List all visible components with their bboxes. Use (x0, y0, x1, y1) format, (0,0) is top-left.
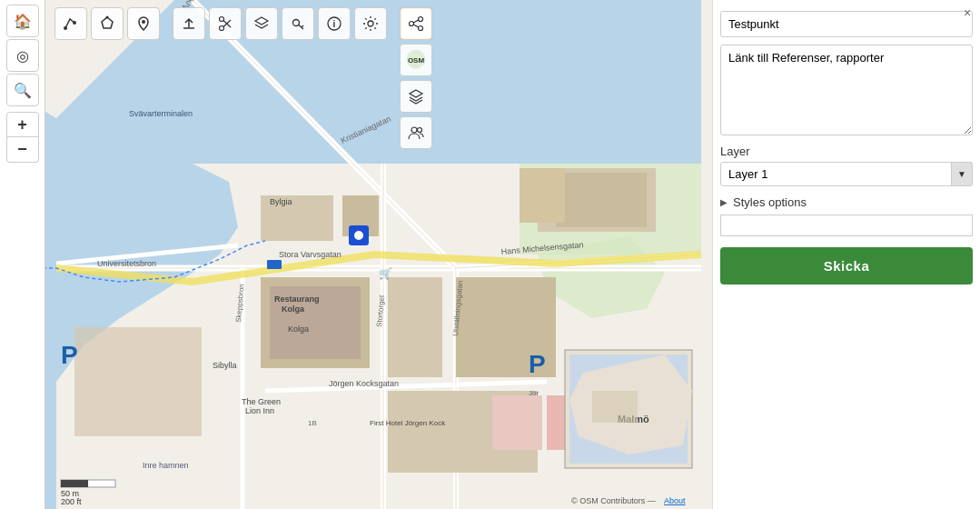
title-input[interactable] (720, 11, 973, 37)
layer-label: Layer (720, 145, 973, 158)
styles-section: ▶ Styles options (720, 195, 973, 236)
key-button[interactable] (282, 7, 314, 40)
svg-rect-34 (267, 260, 282, 269)
svg-text:Svävarterminalen: Svävarterminalen (129, 109, 193, 118)
right-float-toolbar: OSM (400, 7, 432, 149)
svg-text:Kolga: Kolga (282, 304, 305, 314)
svg-rect-28 (520, 168, 565, 223)
osm-button[interactable]: OSM (400, 44, 432, 76)
svg-point-73 (106, 16, 109, 19)
left-toolbar: 🏠 ◎ 🔍 + − (0, 0, 45, 509)
svg-point-74 (142, 20, 145, 24)
submit-button[interactable]: Skicka (720, 247, 973, 284)
svg-text:Bylgia: Bylgia (270, 197, 292, 206)
layers-top-button[interactable] (245, 7, 278, 40)
svg-text:Jör: Jör (529, 389, 539, 397)
svg-text:P: P (529, 350, 546, 378)
svg-text:About: About (664, 496, 686, 505)
svg-text:First Hotel Jörgen Kock: First Hotel Jörgen Kock (370, 419, 446, 427)
svg-point-86 (419, 17, 423, 22)
svg-rect-65 (61, 480, 88, 487)
svg-marker-72 (102, 17, 113, 28)
svg-point-76 (220, 26, 224, 31)
draw-line-button[interactable] (54, 7, 87, 40)
right-panel: × <span class="desc-link" data-name="des… (712, 0, 980, 509)
svg-line-90 (413, 25, 418, 27)
upload-button[interactable] (173, 7, 205, 40)
layer-select-wrapper: Layer 1 Layer 2 Layer 3 ▼ (720, 162, 973, 186)
svg-marker-80 (255, 17, 268, 25)
svg-text:i: i (333, 19, 336, 29)
svg-rect-20 (556, 173, 647, 227)
svg-text:OSM: OSM (408, 56, 425, 65)
styles-box (720, 215, 973, 236)
svg-point-71 (73, 21, 76, 25)
svg-text:P: P (61, 341, 78, 369)
svg-line-89 (413, 20, 418, 23)
osm-label: OSM (405, 48, 427, 72)
svg-text:The Green: The Green (242, 397, 281, 406)
zoom-in-button[interactable]: + (6, 112, 39, 137)
svg-point-33 (354, 231, 363, 240)
styles-header[interactable]: ▶ Styles options (720, 195, 973, 209)
zoom-controls: + − (6, 112, 39, 163)
svg-text:200 ft: 200 ft (61, 497, 82, 506)
zoom-out-button[interactable]: − (6, 137, 39, 163)
add-marker-button[interactable] (127, 7, 160, 40)
settings-button[interactable] (354, 7, 387, 40)
svg-text:Restaurang: Restaurang (274, 294, 320, 304)
svg-point-81 (293, 20, 300, 26)
locate-button[interactable]: ◎ (6, 39, 39, 72)
svg-point-70 (64, 26, 67, 30)
map-area[interactable]: 🛒 P P Ångbåtsbron Kristianiagatan Stora … (0, 0, 712, 509)
svg-text:Stora Varvsgatan: Stora Varvsgatan (279, 250, 342, 259)
svg-text:Lion Inn: Lion Inn (245, 406, 274, 415)
svg-text:Inre hamnen: Inre hamnen (143, 461, 189, 470)
info-button[interactable]: i (318, 7, 351, 40)
styles-triangle-icon: ▶ (720, 197, 728, 207)
svg-point-88 (419, 26, 423, 31)
svg-point-94 (411, 127, 417, 133)
layer-select[interactable]: Layer 1 Layer 2 Layer 3 (720, 162, 973, 186)
description-textarea[interactable]: <span class="desc-link" data-name="descr… (720, 45, 973, 135)
svg-point-77 (220, 17, 224, 22)
svg-rect-25 (388, 277, 442, 377)
styles-options-label: Styles options (733, 195, 807, 209)
svg-text:Kolga: Kolga (288, 324, 309, 334)
share-button[interactable] (400, 7, 432, 40)
svg-text:Jörgen Kocksgatan: Jörgen Kocksgatan (329, 379, 399, 388)
svg-point-95 (418, 128, 422, 133)
top-toolbar: i (54, 7, 432, 40)
svg-point-87 (410, 22, 414, 26)
svg-text:1B: 1B (308, 419, 317, 427)
svg-rect-63 (592, 391, 638, 423)
svg-point-84 (368, 21, 373, 26)
search-button[interactable]: 🔍 (6, 74, 39, 106)
close-button[interactable]: × (958, 4, 976, 22)
svg-rect-29 (74, 327, 202, 436)
map-layers-button[interactable] (400, 80, 432, 113)
people-button[interactable] (400, 116, 432, 149)
cut-button[interactable] (209, 7, 242, 40)
home-button[interactable]: 🏠 (6, 5, 39, 37)
svg-text:Universitetsbron: Universitetsbron (97, 259, 156, 268)
svg-text:🛒: 🛒 (379, 266, 392, 280)
svg-text:Sibylla: Sibylla (213, 361, 237, 370)
svg-rect-30 (492, 395, 542, 450)
svg-text:© OSM Contributors —: © OSM Contributors — (571, 496, 656, 505)
draw-polygon-button[interactable] (91, 7, 124, 40)
svg-marker-93 (410, 90, 422, 97)
